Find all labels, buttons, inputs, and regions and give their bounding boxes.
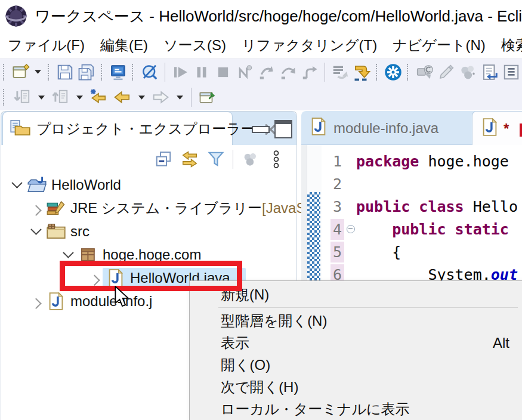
view-menu-icon[interactable]: [265, 149, 287, 170]
context-menu-label: ローカル・ターミナルに表示: [221, 401, 410, 417]
line-number: 4: [314, 218, 344, 241]
code-line-4[interactable]: 4 public static: [301, 218, 522, 241]
disconnect-icon[interactable]: [235, 61, 254, 83]
team-icon[interactable]: [458, 61, 477, 83]
tree-expand-chevron-icon[interactable]: [27, 289, 44, 313]
prev-annotation-icon[interactable]: [50, 87, 71, 108]
menu-bar: ファイル(F)編集(E)ソース(S)リファクタリング(T)ナビゲート(N)検索(…: [0, 32, 522, 58]
toolbar-separator: [165, 63, 165, 82]
resume-icon[interactable]: [171, 61, 190, 83]
menubar-item-4[interactable]: ナビゲート(N): [385, 36, 493, 55]
save-all-icon[interactable]: [77, 61, 96, 83]
tree-item-helloworld-project[interactable]: HelloWorld: [1, 173, 304, 196]
tree-expand-chevron-icon[interactable]: [27, 196, 44, 220]
toolbar-separator: [233, 150, 233, 169]
editor-tab-label: *: [504, 121, 509, 137]
context-menu-item-show-in[interactable]: 表示Alt: [190, 332, 522, 354]
minimize-view-icon[interactable]: [252, 126, 270, 133]
last-edit-icon[interactable]: [88, 87, 109, 108]
new-wizard-icon[interactable]: [11, 61, 30, 83]
code-line-1[interactable]: 1package hoge.hoge: [301, 150, 522, 173]
tree-item-src-folder[interactable]: src: [1, 220, 323, 243]
collapse-all-icon[interactable]: [153, 149, 174, 170]
maximize-view-icon[interactable]: [274, 120, 292, 138]
step-filters-icon[interactable]: [331, 61, 350, 83]
step-into-icon[interactable]: [257, 61, 276, 83]
menubar-item-1[interactable]: 編集(E): [92, 36, 156, 55]
filter-icon[interactable]: [205, 149, 227, 170]
open-type-icon[interactable]: [480, 61, 499, 83]
profile-icon[interactable]: [415, 61, 434, 83]
pin-editor-icon[interactable]: [197, 87, 218, 108]
step-return-icon[interactable]: [300, 61, 319, 83]
nav-dropdown-icon[interactable]: [35, 87, 47, 108]
editor-tab-helloworld-java-dirty[interactable]: *: [472, 111, 522, 146]
window-title: ワークスペース - HelloWorld/src/hoge/hoge/com/H…: [35, 6, 522, 27]
code-line-3[interactable]: 3public class Hello: [301, 196, 522, 218]
toolbar-grip: [101, 64, 104, 81]
tab-project-explorer[interactable]: プロジェクト・エクスプローラー: [2, 112, 233, 145]
project-explorer-title: プロジェクト・エクスプローラー: [36, 119, 255, 138]
line-number: 2: [314, 173, 344, 196]
explorer-view-toolbar: [1, 145, 296, 174]
context-menu-item-open-type-hierarchy[interactable]: 型階層を開く(N): [190, 310, 522, 332]
main-dropdown-icon[interactable]: [33, 61, 44, 83]
console-icon[interactable]: [109, 61, 128, 83]
terminate-icon[interactable]: [214, 61, 233, 83]
code-line-2[interactable]: 2: [301, 173, 522, 196]
code-text: public class Hello: [356, 196, 518, 218]
context-menu-shortcut: Alt: [493, 332, 509, 354]
run-to-line-icon[interactable]: [352, 61, 371, 83]
toolbar-grip: [407, 64, 410, 81]
code-token: package: [356, 153, 419, 170]
main-toolbar: [0, 58, 522, 85]
tree-item-label: HelloWorld: [51, 177, 121, 193]
chevron-right-glyph: [30, 205, 41, 216]
debug-gear-icon[interactable]: [384, 61, 403, 83]
tree-item-label: JRE システム・ライブラリー: [70, 199, 262, 218]
suspend-icon[interactable]: [192, 61, 211, 83]
chevron-down-glyph: [63, 247, 73, 258]
focus-task-icon[interactable]: [239, 149, 261, 170]
eclipse-logo-icon: [5, 5, 27, 27]
code-line-5[interactable]: 5 {: [301, 241, 522, 264]
code-text: public static: [356, 218, 509, 241]
menubar-item-2[interactable]: ソース(S): [156, 36, 234, 55]
forward-icon[interactable]: [150, 87, 171, 108]
next-annotation-icon[interactable]: [11, 87, 33, 108]
context-menu-label: 型階層を開く(N): [221, 313, 327, 329]
nav-dropdown-icon[interactable]: [174, 87, 186, 108]
context-menu-item-open-with[interactable]: 次で開く(H): [190, 376, 522, 398]
link-editor-icon[interactable]: [179, 149, 200, 170]
context-menu-item-show-in-local-terminal[interactable]: ローカル・ターミナルに表示: [190, 398, 522, 420]
line-number-text: 5: [331, 242, 344, 262]
back-icon[interactable]: [112, 87, 133, 108]
code-text: package hoge.hoge: [356, 150, 509, 173]
editor-tab-bar: module-info.java*: [301, 111, 522, 145]
toolbar-grip: [3, 64, 7, 81]
tree-collapse-chevron-icon[interactable]: [8, 173, 25, 196]
line-number: 5: [314, 241, 344, 264]
chevron-down-glyph: [30, 224, 41, 234]
nav-dropdown-icon[interactable]: [73, 87, 85, 108]
menubar-item-0[interactable]: ファイル(F): [0, 36, 92, 55]
editor-tab-module-info-java[interactable]: module-info.java: [305, 111, 478, 145]
save-icon[interactable]: [55, 61, 75, 83]
explorer-icon: [3, 119, 30, 139]
project-explorer-header: プロジェクト・エクスプローラー: [1, 112, 296, 145]
menubar-item-3[interactable]: リファクタリング(T): [234, 36, 385, 55]
tree-item-jre-system-library[interactable]: JRE システム・ライブラリー [JavaSE-1: [1, 196, 323, 220]
menubar-item-5[interactable]: 検索(A): [493, 36, 522, 55]
fold-collapse-icon[interactable]: [347, 225, 355, 233]
toolbar-separator: [325, 63, 325, 82]
nav-dropdown-icon[interactable]: [135, 87, 147, 108]
line-number-text: 1: [331, 151, 344, 172]
java-file-icon: [482, 118, 498, 140]
clipped-red-mark: [520, 123, 522, 137]
highlight-icon[interactable]: [437, 61, 456, 83]
tree-collapse-chevron-icon[interactable]: [27, 220, 44, 243]
skip-breakpoints-icon[interactable]: [140, 61, 159, 83]
outline-icon[interactable]: [502, 61, 521, 83]
step-over-icon[interactable]: [279, 61, 298, 83]
context-menu-item-open[interactable]: 開く(O): [190, 354, 522, 376]
